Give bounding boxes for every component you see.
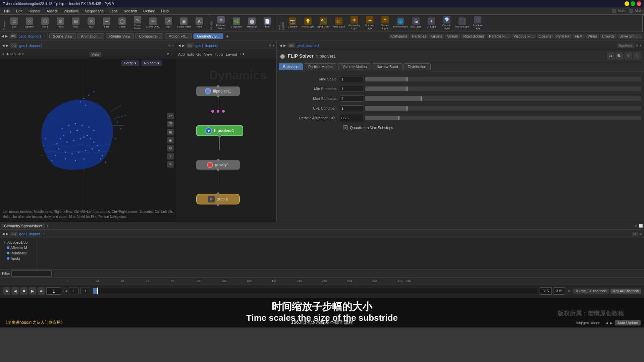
shelf-particles[interactable]: Particles <box>410 34 428 39</box>
vp-more[interactable]: ⋯ <box>171 53 174 56</box>
shelf-btn-geometry-light[interactable]: ◈Geometry Light <box>347 16 362 31</box>
tab-composite[interactable]: Composite... <box>135 33 163 39</box>
shelf-btn-spot-light[interactable]: 🔦Spot Light <box>316 16 331 31</box>
ng-nav-forward[interactable]: ▶ <box>182 44 185 47</box>
vp-rotate-mode[interactable]: ↻ <box>10 52 13 56</box>
menu-help[interactable]: Help <box>158 8 171 14</box>
shelf-btn-curve-bezier[interactable]: ∿Curve Bezier <box>130 16 145 31</box>
spreadsheet-tab-active[interactable]: Geometry Spreadsheet <box>1 224 45 228</box>
shelf-btn-circle[interactable]: ◯Circle <box>115 16 129 31</box>
timeline-fps-field[interactable] <box>69 288 79 294</box>
menu-file[interactable]: File <box>1 8 13 14</box>
prop-value-min-substeps[interactable]: 1 <box>340 86 364 92</box>
ng-go-btn[interactable]: Go <box>197 52 202 56</box>
spreadsheet-table[interactable] <box>37 238 644 269</box>
nodegraph-canvas[interactable]: Dynamics flipobject1 <box>176 58 276 222</box>
nav-back[interactable]: ◀ <box>1 34 4 38</box>
viewport-nav-btn-6[interactable]: ? <box>167 153 174 160</box>
shelf-viscous-fl[interactable]: Viscous Fl... <box>512 34 536 39</box>
ng-nav-geo1[interactable]: geo1 <box>195 44 203 48</box>
shelf-btn-metaball[interactable]: ⬤Metaball <box>245 16 259 31</box>
prop-value-particle-advection-cfl[interactable]: 0.75 <box>340 115 364 121</box>
prop-slider-max-substeps[interactable] <box>365 96 641 101</box>
minimize-button[interactable]: ─ <box>625 1 629 6</box>
prop-quantize-checkbox[interactable]: ✓ <box>343 125 348 130</box>
node-flipobject1[interactable]: flipobject1 <box>196 85 240 113</box>
ng-settings-icon[interactable]: ⚙ <box>269 44 271 47</box>
props-nav-back[interactable]: ◀ <box>279 44 282 47</box>
props-add-icon[interactable]: + <box>640 44 641 47</box>
props-info-icon[interactable]: ℹ <box>633 52 641 60</box>
vp-settings2[interactable]: ⚙ <box>167 53 169 56</box>
timeline-total-frames[interactable]: 315 <box>553 287 565 295</box>
props-settings-icon[interactable]: ⚙ <box>636 44 638 47</box>
tab-animation[interactable]: Animation... <box>77 33 104 39</box>
vp-select2-mode[interactable]: □ <box>22 52 24 56</box>
shelf-btn-tube[interactable]: ⬠Tube <box>38 16 52 31</box>
viewport-nav-btn-7[interactable]: ✎ <box>167 161 174 168</box>
ss-nav-geo1[interactable]: geo1 <box>19 232 27 236</box>
shelf-oceans[interactable]: Oceans <box>537 34 553 39</box>
menu-megascans[interactable]: Megascans <box>82 8 106 14</box>
vp-move-mode[interactable]: ✚ <box>6 52 9 56</box>
menu-redshift[interactable]: Redshift <box>121 8 140 14</box>
shelf-btn-gi-light[interactable]: ✦GI Light <box>424 16 439 31</box>
node-output[interactable]: ⊞ output <box>196 192 240 206</box>
shelf-btn-platonic[interactable]: ◈Platonic Solids <box>214 16 228 31</box>
shelf-btn-curve-draw[interactable]: ✏Curve Draw <box>146 16 160 31</box>
timeline-prev-key[interactable]: ◀ <box>65 289 67 293</box>
spreadsheet-close[interactable]: ✕ <box>635 224 637 228</box>
ng-tools-btn[interactable]: Tools <box>215 52 223 56</box>
shelf-rigid-bodies[interactable]: Rigid Bodies <box>461 34 486 39</box>
tab-scene-view[interactable]: Scene View <box>49 33 76 39</box>
shelf-grains[interactable]: Grains <box>429 34 444 39</box>
props-help-icon[interactable]: ? <box>625 52 632 60</box>
shelf-btn-lsystem[interactable]: 🌿L-System <box>229 16 244 31</box>
tab-render-view[interactable]: Render View <box>106 33 134 39</box>
ss-nav-home[interactable]: ⌂ <box>44 232 45 236</box>
menu-assets[interactable]: Assets <box>44 8 60 14</box>
viewport-nocam-badge[interactable]: No cam ▾ <box>141 60 162 66</box>
tree-item-flipobj[interactable]: flipobj <box>5 256 35 261</box>
props-search-icon[interactable]: 🔍 <box>616 52 623 60</box>
props-tab-narrow-band[interactable]: Narrow Band <box>372 63 402 70</box>
shelf-drive-sim[interactable]: Drive Simu... <box>618 34 643 39</box>
menu-render[interactable]: Render <box>26 8 43 14</box>
shelf-btn-portal-light[interactable]: ⬛Portal Light <box>455 16 470 31</box>
shelf-btn-environment[interactable]: 🌐Environment <box>393 16 408 31</box>
timeline-prev-frame[interactable]: ◀ <box>11 287 19 295</box>
props-gear-icon[interactable]: ⚙ <box>607 52 614 60</box>
prop-slider-time-scale[interactable] <box>365 77 641 81</box>
timeline-start-field[interactable] <box>80 288 90 294</box>
prop-slider-min-substeps[interactable] <box>365 86 641 91</box>
menu-windows[interactable]: Windows <box>61 8 82 14</box>
shelf-btn-sky-light[interactable]: 🌤Sky Light <box>409 16 423 31</box>
ss-settings[interactable]: ⚙ <box>639 232 642 236</box>
shelf-btn-point-light[interactable]: 💡Point Light <box>301 16 315 31</box>
node-gravity1[interactable]: gravity1 <box>196 159 240 184</box>
close-button[interactable]: ✕ <box>637 1 641 6</box>
shelf-btn-null[interactable]: ✕Null <box>84 16 99 31</box>
ng-view-btn[interactable]: View <box>204 52 212 56</box>
ss-nav-forward[interactable]: ▶ <box>6 232 9 236</box>
shelf-btn-sphere[interactable]: ○Sphere <box>22 16 37 31</box>
shelf-fem[interactable]: FEM <box>573 34 584 39</box>
shelf-pyro-fx[interactable]: Pyro FX <box>554 34 572 39</box>
props-tab-substeps[interactable]: Substeps <box>279 63 303 70</box>
vp-nav-forward[interactable]: ▶ <box>6 44 9 47</box>
prop-value-time-scale[interactable]: 1 <box>340 76 364 82</box>
shelf-btn-font[interactable]: AFont <box>192 16 207 31</box>
props-tab-distribution[interactable]: Distribution <box>404 63 431 70</box>
tree-item-affector[interactable]: Affector M <box>5 245 35 250</box>
props-flipsolver-badge[interactable]: flipsolver1 <box>617 44 634 48</box>
vp-select-mode[interactable]: ↖ <box>2 52 5 56</box>
tree-item-relations[interactable]: Relationsl <box>5 250 35 256</box>
timeline-end-frame[interactable]: 315 <box>540 287 552 295</box>
props-nav-geo1[interactable]: geo1 <box>297 44 305 48</box>
shelf-btn-distant-light[interactable]: ☀Distant Light <box>378 16 392 31</box>
shelf-btn-volume-light[interactable]: ☁Volume Light <box>362 16 377 31</box>
vp-nav-geo1[interactable]: geo1 <box>19 44 27 48</box>
shelf-btn-caustic-light[interactable]: 💎Caustic Light <box>439 16 454 31</box>
spreadsheet-detach[interactable]: ⬜ <box>639 224 643 228</box>
timeline-current-frame[interactable]: 1 <box>46 287 61 295</box>
